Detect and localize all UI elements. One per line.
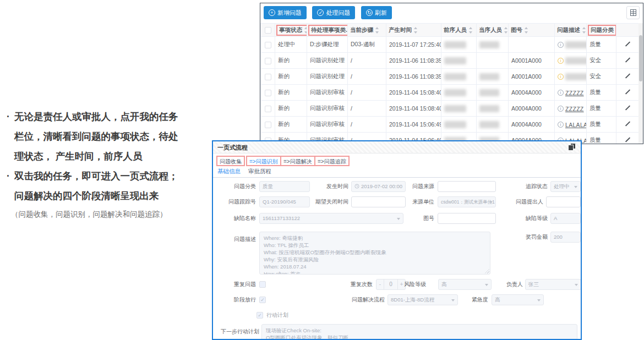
problem-category-field[interactable]: 质量 <box>259 181 310 192</box>
table-row[interactable]: 新的问题识别审核/2019-11-04 15:06:49A0004A000LAL… <box>261 117 640 133</box>
cell-current-person <box>477 85 509 101</box>
edit-pencil-icon[interactable] <box>624 40 632 48</box>
problem-source-field[interactable] <box>438 181 496 192</box>
sort-icon[interactable] <box>413 27 418 34</box>
description-link[interactable]: LALALAAL <box>565 122 587 128</box>
next-action-plan-textarea[interactable]: 现场验证Check On-site: O型圈断口处有切边现象，疑似刀断 <box>261 324 577 340</box>
cell-current_step: D03-遏制 <box>348 37 386 53</box>
column-label: 待处理事项类... <box>311 26 348 34</box>
cell-description: ZZZZZ <box>555 101 587 117</box>
clock-icon <box>354 184 359 189</box>
cell-description: ZZZZZ <box>555 85 587 101</box>
table-scrollbar-track[interactable] <box>638 23 643 144</box>
table-row[interactable]: 处理中D:步骤处理D03-遏制2019-11-07 17:25:40质量 <box>261 37 640 53</box>
tracking-no-label: 问题跟踪号 <box>216 196 256 207</box>
table-row[interactable]: 新的问题识别审核/2019-11-04 15:08:40A0004A000ZZZ… <box>261 101 640 117</box>
column-label: 前序人员 <box>444 26 467 34</box>
table-row[interactable]: 新的问题识别处理/2019-11-06 11:08:35A0001A000安全 <box>261 53 640 69</box>
edit-pencil-icon[interactable] <box>624 104 632 112</box>
cell-status: 新的 <box>275 101 307 117</box>
form-title: 一页式流程 <box>217 144 248 152</box>
annotation-highlight-box: 事项状态 <box>276 25 307 36</box>
stage-tab-identify[interactable]: =>问题识别 <box>246 156 281 166</box>
sort-icon[interactable] <box>524 27 528 34</box>
column-header-created_time[interactable]: 产生时间 <box>386 24 441 37</box>
problem-desc-textarea[interactable]: Where: 奇瑞捷豹 Who: TPL 操作员工 What: 按压缩机端双O型… <box>259 232 490 275</box>
row-checkbox[interactable] <box>265 42 271 48</box>
issue-table: 事项状态待处理事项类...当前步骤产生时间前序人员当序人员图号问题描述问题分类处… <box>260 23 640 144</box>
tracking-status-select[interactable]: 处理中 <box>550 181 581 192</box>
tab-basic-info[interactable]: 基础信息 <box>217 168 241 176</box>
owner-select[interactable]: 张三 <box>525 279 581 290</box>
edit-pencil-icon[interactable] <box>624 136 632 144</box>
sort-icon[interactable] <box>582 27 586 34</box>
defect-level-field[interactable]: A <box>550 213 581 224</box>
stage-release-checkbox[interactable] <box>259 297 266 303</box>
column-header-todo_type[interactable]: 待处理事项类... <box>307 24 348 37</box>
cell-actions <box>616 133 640 145</box>
drawing-no-field[interactable] <box>438 213 496 224</box>
redacted-text <box>479 105 499 112</box>
cell-category: 安全 <box>587 53 616 69</box>
action-plan-checkbox[interactable] <box>256 312 263 319</box>
urgency-label: 紧急度 <box>444 294 488 305</box>
edit-pencil-icon[interactable] <box>624 120 632 128</box>
stage-tab-track[interactable]: =>问题追踪 <box>314 156 350 166</box>
row-checkbox[interactable] <box>265 74 271 80</box>
repeat-problem-checkbox[interactable] <box>259 281 266 288</box>
process-issue-button[interactable]: ✓ 处理问题 <box>312 6 355 19</box>
source-unit-select[interactable]: csdw001：测试来源单位1 <box>438 196 496 207</box>
description-link[interactable]: ZZZZZ <box>565 106 584 112</box>
expected-close-time-label: 期望关闭时间 <box>304 196 348 207</box>
chevron-down-icon <box>537 299 541 301</box>
sort-icon[interactable] <box>468 27 473 34</box>
column-header-drawing_no[interactable]: 图号 <box>509 24 555 37</box>
cell-created_time: 2019-11-06 11:08:35 <box>386 69 441 85</box>
select-all-checkbox[interactable] <box>265 27 271 34</box>
cell-current-person <box>477 101 509 117</box>
proposer-field[interactable] <box>546 196 581 207</box>
info-circle-icon <box>558 42 564 48</box>
column-header-current_person[interactable]: 当序人员 <box>477 24 509 37</box>
cell-select <box>261 69 275 85</box>
column-header-description[interactable]: 问题描述 <box>555 24 587 37</box>
row-checkbox[interactable] <box>265 90 271 96</box>
cell-current_step: / <box>348 85 386 101</box>
sort-icon[interactable] <box>304 27 307 34</box>
redacted-text <box>479 41 499 48</box>
info-circle-icon <box>558 106 564 112</box>
row-checkbox[interactable] <box>265 122 271 128</box>
description-link[interactable]: ZZZZZ <box>565 90 584 96</box>
row-checkbox[interactable] <box>265 106 271 112</box>
header-label-wrap: 问题描述 <box>557 26 586 34</box>
defect-level-label: 缺陷等级 <box>504 213 548 224</box>
stage-tab-solve[interactable]: =>问题解决 <box>280 156 315 166</box>
refresh-button[interactable]: ↻ 刷新 <box>361 6 392 19</box>
table-row[interactable]: 新的问题识别处理/2019-11-06 11:08:35A0001A000安全 <box>261 69 640 85</box>
add-issue-button[interactable]: + 新增问题 <box>264 6 307 19</box>
edit-pencil-icon[interactable] <box>624 72 632 80</box>
urgency-select[interactable]: 高 <box>492 294 544 305</box>
cell-select <box>261 53 275 69</box>
copy-window-icon[interactable] <box>568 144 575 151</box>
table-row[interactable]: 新的问题识别审核/2019-11-04 15:08:40A0004A000ZZZ… <box>261 85 640 101</box>
column-settings-button[interactable] <box>626 6 640 19</box>
stage-tab-collect[interactable]: 问题收集 <box>216 156 245 166</box>
column-header-current_step[interactable]: 当前步骤 <box>348 24 386 37</box>
tracking-no-field[interactable]: Q1-20190/045 <box>259 196 310 207</box>
column-header-prev_person[interactable]: 前序人员 <box>441 24 477 37</box>
column-header-status[interactable]: 事项状态 <box>275 24 307 37</box>
edit-pencil-icon[interactable] <box>624 56 632 64</box>
left-notes: 无论是责任人或审批人，点开我的任务 栏位，清晰看到问题的事项状态，待处 理状态，… <box>6 107 216 223</box>
redacted-text <box>444 73 466 80</box>
row-checkbox[interactable] <box>265 58 271 64</box>
sort-icon[interactable] <box>504 27 508 34</box>
defect-name-select[interactable]: 1561137133122 <box>259 213 403 224</box>
source-unit-label: 来源单位 <box>390 196 434 207</box>
cell-description <box>555 53 587 69</box>
table-scrollbar-thumb[interactable] <box>639 35 642 81</box>
penalty-amount-field[interactable]: 200 <box>550 232 581 243</box>
edit-pencil-icon[interactable] <box>624 88 632 96</box>
sort-icon[interactable] <box>375 27 379 34</box>
tab-approval-history[interactable]: 审批历程 <box>248 168 271 176</box>
